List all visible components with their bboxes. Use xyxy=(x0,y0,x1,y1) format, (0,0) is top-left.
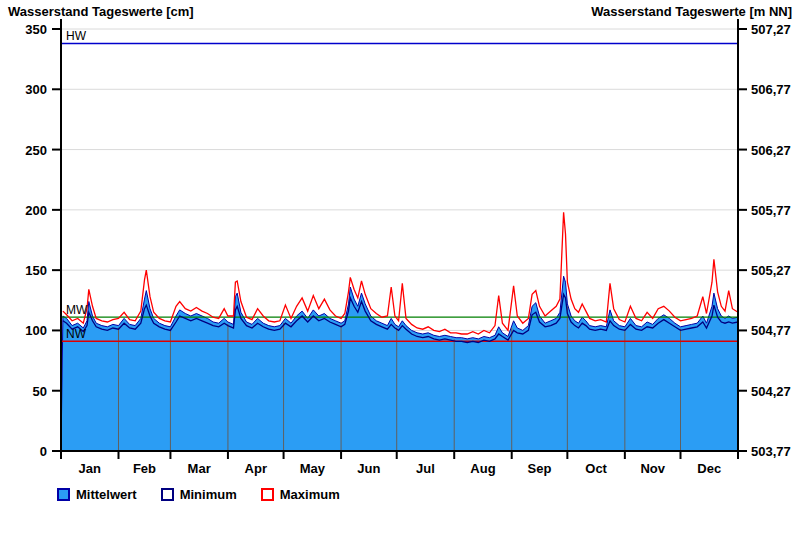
axis-label: Mar xyxy=(188,461,211,476)
maximum-line-path xyxy=(63,212,738,334)
axis-label: MW xyxy=(66,303,88,317)
axis-label: Sep xyxy=(528,461,552,476)
axis-label: HW xyxy=(66,29,87,43)
axis-label: 503,77 xyxy=(751,444,791,459)
legend-item-maximum: Maximum xyxy=(261,487,340,502)
chart-legend: Mittelwert Minimum Maximum xyxy=(57,487,340,502)
mittelwert-swatch-icon xyxy=(57,488,70,501)
axis-label: 506,77 xyxy=(751,82,791,97)
minimum-swatch-icon xyxy=(161,488,174,501)
axis-label: 506,27 xyxy=(751,143,791,158)
axis-label: Jun xyxy=(357,461,380,476)
axis-label: 250 xyxy=(25,143,47,158)
axis-label: Oct xyxy=(585,461,607,476)
axis-label: Jul xyxy=(416,461,435,476)
legend-label: Maximum xyxy=(280,487,340,502)
axis-label: 50 xyxy=(33,384,47,399)
axis-label: 507,27 xyxy=(751,22,791,37)
axis-label: Jan xyxy=(79,461,101,476)
axis-label: 505,77 xyxy=(751,203,791,218)
axis-label: 504,27 xyxy=(751,384,791,399)
legend-label: Minimum xyxy=(180,487,237,502)
axis-label: 150 xyxy=(25,263,47,278)
legend-item-mittelwert: Mittelwert xyxy=(57,487,137,502)
axis-label: Nov xyxy=(640,461,665,476)
axis-label: 0 xyxy=(40,444,47,459)
axis-label: 350 xyxy=(25,22,47,37)
axis-label: Aug xyxy=(470,461,495,476)
legend-label: Mittelwert xyxy=(76,487,137,502)
mean-area-path xyxy=(61,276,738,451)
axis-label: 504,77 xyxy=(751,323,791,338)
axis-label: NW xyxy=(66,327,87,341)
axis-label: 100 xyxy=(25,323,47,338)
axis-label: 505,27 xyxy=(751,263,791,278)
axis-label: 200 xyxy=(25,203,47,218)
plot-area: 050100150200250300350503,77504,27504,775… xyxy=(0,0,800,550)
axis-label: 300 xyxy=(25,82,47,97)
legend-item-minimum: Minimum xyxy=(161,487,237,502)
axis-label: Feb xyxy=(133,461,156,476)
axis-label: Apr xyxy=(245,461,267,476)
axis-label: Dec xyxy=(697,461,721,476)
axis-label: May xyxy=(300,461,326,476)
maximum-swatch-icon xyxy=(261,488,274,501)
